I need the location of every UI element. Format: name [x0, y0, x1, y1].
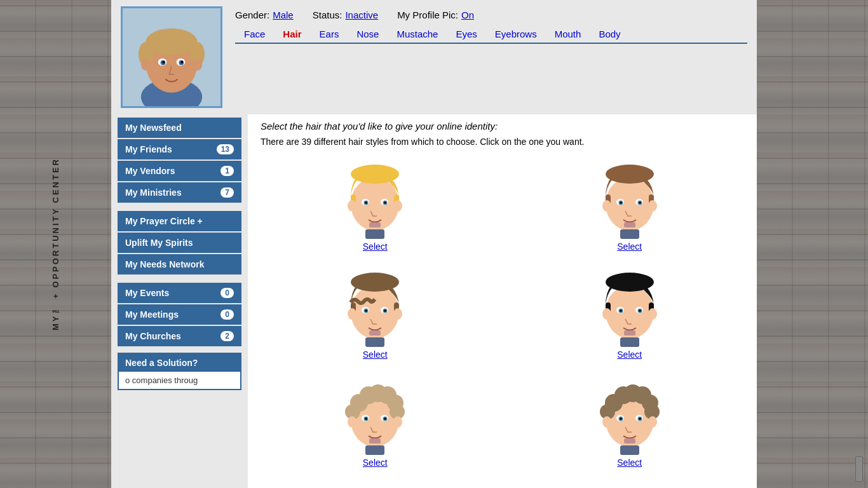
svg-point-37	[620, 201, 622, 204]
svg-point-30	[606, 165, 654, 184]
svg-rect-103	[624, 438, 635, 444]
nav-btn-meetings[interactable]: My Meetings 0	[118, 304, 241, 325]
svg-rect-28	[365, 229, 384, 239]
nav-badge-churches: 2	[220, 331, 234, 341]
nav-btn-prayer-circle[interactable]: My Prayer Circle +	[118, 211, 241, 231]
nav-btn-uplift[interactable]: Uplift My Spirits	[118, 233, 241, 253]
status-label: Status:	[313, 10, 342, 20]
svg-rect-88	[365, 445, 384, 455]
svg-point-44	[351, 273, 399, 292]
hair-avatar-4	[588, 264, 671, 347]
nav-label-events: My Events	[125, 288, 169, 298]
svg-rect-85	[369, 438, 381, 444]
hair-avatar-8	[588, 480, 671, 488]
svg-point-101	[620, 417, 622, 420]
nav-section-bottom: My Events 0 My Meetings 0 My Churches 2	[118, 283, 241, 346]
nav-btn-ministries[interactable]: My Ministries 7	[118, 182, 241, 203]
svg-rect-39	[624, 222, 635, 227]
svg-point-24	[384, 201, 386, 204]
nav-label-vendors: My Vendors	[125, 166, 175, 176]
profile-pic-label: My Profile Pic:	[397, 10, 458, 20]
svg-point-4	[146, 29, 198, 55]
tab-ears[interactable]: Ears	[311, 25, 348, 43]
nav-badge-vendors: 1	[220, 166, 234, 176]
svg-rect-53	[369, 330, 381, 336]
nav-section-middle: My Prayer Circle + Uplift My Spirits My …	[118, 211, 241, 274]
svg-point-86	[348, 416, 356, 428]
hair-intro-plain: There are 39 different hair styles from …	[261, 137, 744, 147]
nav-btn-newsfeed[interactable]: My Newsfeed	[118, 118, 241, 138]
content-area: My Newsfeed My Friends 13 My Vendors 1 M…	[111, 114, 757, 488]
svg-rect-56	[365, 337, 384, 347]
hair-avatar-6	[588, 372, 671, 455]
tab-mouth[interactable]: Mouth	[546, 25, 590, 43]
hair-select-2[interactable]: Select	[617, 241, 642, 252]
hair-item-6: Select	[515, 372, 745, 468]
need-solution-header[interactable]: Need a Solution?	[119, 354, 240, 372]
svg-point-41	[648, 200, 657, 212]
nav-btn-vendors[interactable]: My Vendors 1	[118, 161, 241, 181]
hair-item-1: Select	[261, 156, 490, 252]
profile-pic-value[interactable]: On	[461, 10, 474, 20]
nav-btn-friends[interactable]: My Friends 13	[118, 139, 241, 159]
tab-eyebrows[interactable]: Eyebrows	[486, 25, 546, 43]
tab-face[interactable]: Face	[235, 25, 274, 43]
profile-meta: Gender: Male Status: Inactive My Profile…	[235, 10, 747, 20]
tab-mustache[interactable]: Mustache	[388, 25, 447, 43]
svg-point-11	[163, 61, 165, 64]
hair-item-5: Select	[261, 372, 490, 468]
profile-photo	[123, 6, 220, 108]
gender-label: Gender:	[235, 10, 269, 20]
nav-btn-needs-network[interactable]: My Needs Network	[118, 254, 241, 274]
nav-section-top: My Newsfeed My Friends 13 My Vendors 1 M…	[118, 118, 241, 203]
tab-nose[interactable]: Nose	[348, 25, 388, 43]
svg-point-58	[606, 273, 654, 292]
hair-grid: Select	[261, 156, 744, 488]
tab-eyes[interactable]: Eyes	[447, 25, 485, 43]
tab-hair[interactable]: Hair	[274, 25, 310, 43]
need-solution-body: o companies throug	[119, 372, 240, 389]
profile-pic-container	[121, 6, 222, 108]
hair-item-2: Select	[515, 156, 745, 252]
right-stone-wall	[757, 0, 868, 488]
hair-avatar-2	[588, 156, 671, 239]
tab-body[interactable]: Body	[590, 25, 629, 43]
svg-rect-42	[620, 229, 639, 239]
profile-header: Gender: Male Status: Inactive My Profile…	[111, 0, 757, 114]
status-value[interactable]: Inactive	[345, 10, 378, 20]
hair-select-3[interactable]: Select	[363, 349, 388, 360]
hair-avatar-5	[334, 372, 416, 455]
hair-avatar-7	[334, 480, 416, 488]
svg-point-83	[365, 417, 367, 420]
svg-point-26	[348, 200, 356, 212]
nav-label-newsfeed: My Newsfeed	[125, 123, 182, 133]
nav-label-friends: My Friends	[125, 144, 172, 154]
status-info: Status: Inactive	[313, 10, 378, 20]
svg-point-40	[602, 200, 611, 212]
nav-badge-events: 0	[220, 288, 234, 298]
profile-info: Gender: Male Status: Inactive My Profile…	[235, 6, 747, 44]
hair-item-3: Select	[261, 264, 490, 360]
hair-intro-italic: Select the hair that you'd like to give …	[261, 121, 744, 132]
nav-btn-events[interactable]: My Events 0	[118, 283, 241, 303]
nav-badge-ministries: 7	[220, 187, 234, 198]
hair-select-5[interactable]: Select	[363, 458, 388, 468]
scrollbar-thumb[interactable]	[855, 456, 863, 482]
hair-select-4[interactable]: Select	[617, 349, 642, 360]
svg-rect-70	[620, 337, 639, 347]
svg-point-105	[648, 416, 657, 428]
hair-item-7: Select	[261, 480, 490, 488]
main-content: Gender: Male Status: Inactive My Profile…	[111, 0, 757, 488]
hair-select-1[interactable]: Select	[363, 241, 388, 252]
hair-avatar-1	[334, 156, 416, 239]
sidebar-navigation: My Newsfeed My Friends 13 My Vendors 1 M…	[111, 114, 248, 488]
nav-badge-meetings: 0	[220, 309, 234, 320]
svg-rect-25	[369, 222, 381, 227]
hair-select-6[interactable]: Select	[617, 458, 642, 468]
svg-rect-106	[620, 445, 639, 455]
nav-label-churches: My Churches	[125, 331, 181, 341]
sidebar-brand-label: My™ + Opportunity Center	[51, 158, 60, 330]
nav-label-prayer-circle: My Prayer Circle +	[125, 216, 203, 226]
gender-value[interactable]: Male	[273, 10, 294, 20]
nav-btn-churches[interactable]: My Churches 2	[118, 326, 241, 346]
